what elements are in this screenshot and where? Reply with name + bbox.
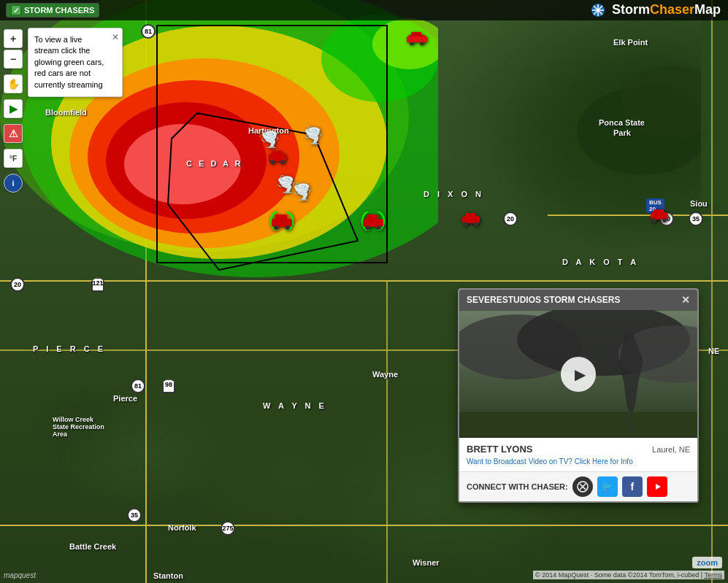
tornado-icon-2[interactable]: 🌪️ [303,126,323,145]
left-toolbar: + − ✋ ▶ ⚠ °F i [4,29,23,193]
road-sign-us275: 275 [221,521,235,536]
svg-rect-41 [272,151,282,156]
svg-rect-29 [407,36,427,42]
popup-close-button[interactable]: ✕ [681,294,690,306]
logo-chaser: Chaser [650,2,694,17]
twitter-icon[interactable]: 🐦 [597,476,618,497]
svg-rect-37 [367,215,378,221]
chaser-car-green-1[interactable] [269,212,295,233]
play-button[interactable]: ▶ [4,99,23,118]
warning-icon: ⚠ [9,128,18,139]
logo-icon [591,3,605,18]
play-button[interactable]: ▶ [561,357,596,392]
chaser-info: BRETT LYONS Laurel, NE Want to Broadcast… [459,438,697,471]
road-sign-us20-left: 20 [10,277,25,292]
video-area[interactable]: ▶ [459,310,697,438]
connect-section: CONNECT WITH CHASER: 🐦 f [459,471,697,501]
svg-point-39 [377,225,381,230]
svg-point-38 [365,225,369,230]
svg-point-34 [286,225,290,230]
road-sign-us35-right: 35 [689,212,703,226]
tornado-icon-1[interactable]: 🌪️ [260,130,280,149]
chaser-popup: SEVERESTUDIOS STORM CHASERS ✕ [458,288,699,503]
temp-button[interactable]: °F [4,149,23,168]
svg-point-51 [662,218,667,223]
tooltip-close-button[interactable]: ✕ [112,31,119,44]
facebook-icon[interactable]: f [622,476,643,497]
warning-button[interactable]: ⚠ [4,124,23,143]
zoom-logo[interactable]: zoom [692,557,722,568]
map-container[interactable]: STORM CHASERS StormChaserMap + − ✋ ▶ ⚠ ° [0,0,728,583]
chaser-car-green-2[interactable] [360,212,386,233]
zoom-out-button[interactable]: − [4,50,23,69]
badge-checkbox [11,5,21,15]
svg-point-46 [464,222,468,226]
svg-point-50 [652,218,656,223]
zoom-in-button[interactable]: + [4,29,23,48]
info-icon: i [12,179,14,188]
twitter-bird: 🐦 [602,482,613,492]
svg-rect-32 [275,215,287,221]
zoom-text: zoom [697,558,718,567]
chaser-name-row: BRETT LYONS Laurel, NE [467,444,690,455]
svg-rect-2 [701,0,728,204]
chaser-name: BRETT LYONS [467,444,533,455]
attribution-terms[interactable]: Terms [705,571,723,579]
popup-title: SEVERESTUDIOS STORM CHASERS [467,295,620,305]
connect-label: CONNECT WITH CHASER: [467,482,568,491]
chaser-location: Laurel, NE [652,445,690,454]
storm-chasers-badge[interactable]: STORM CHASERS [6,3,99,18]
svg-point-47 [474,222,478,226]
attribution: © 2014 MapQuest · Some data ©2014 TomTom… [533,571,724,579]
svg-point-33 [274,225,278,230]
logo-map: Map [694,2,721,17]
storm-social-icon[interactable] [572,476,593,497]
chaser-car-red-1[interactable] [267,150,288,167]
logo[interactable]: StormChaserMap [591,2,721,18]
play-icon: ▶ [575,366,586,383]
road-sign-us35-lower: 35 [127,508,142,522]
mapquest-logo: mapquest [4,571,36,579]
popup-header: SEVERESTUDIOS STORM CHASERS ✕ [459,290,697,310]
svg-rect-45 [465,213,475,218]
tooltip-text: To view a live stream click the glowing … [34,35,104,89]
chaser-car-red-3[interactable] [648,208,670,225]
road-sign-us81-mid: 81 [131,379,145,393]
logo-storm: Storm [612,2,650,17]
tornado-icon-4[interactable]: 🌪️ [292,182,312,201]
facebook-f: f [630,481,634,493]
logo-text: StormChaserMap [591,2,721,18]
chaser-car-red-2[interactable] [460,212,482,229]
info-button[interactable]: i [4,174,23,193]
mapquest-text: mapquest [4,571,36,579]
attribution-text: © 2014 MapQuest · Some data ©2014 TomTom… [535,571,704,579]
tooltip: ✕ To view a live stream click the glowin… [28,28,123,97]
svg-rect-49 [654,209,664,215]
badge-label: STORM CHASERS [24,6,94,15]
play-icon: ▶ [9,103,18,115]
pan-icon: ✋ [7,78,20,90]
broadcast-link[interactable]: Want to Broadcast Video on TV? Click Her… [467,455,690,468]
svg-point-42 [270,160,275,164]
road-sign-us81-top: 81 [141,24,156,39]
temp-icon: °F [9,155,17,163]
svg-point-43 [280,160,285,164]
pan-button[interactable]: ✋ [4,74,23,93]
road-sign-us20-mid: 20 [503,212,518,226]
chaser-car-1[interactable] [406,31,428,48]
youtube-icon[interactable] [647,476,667,497]
svg-rect-26 [411,32,421,37]
